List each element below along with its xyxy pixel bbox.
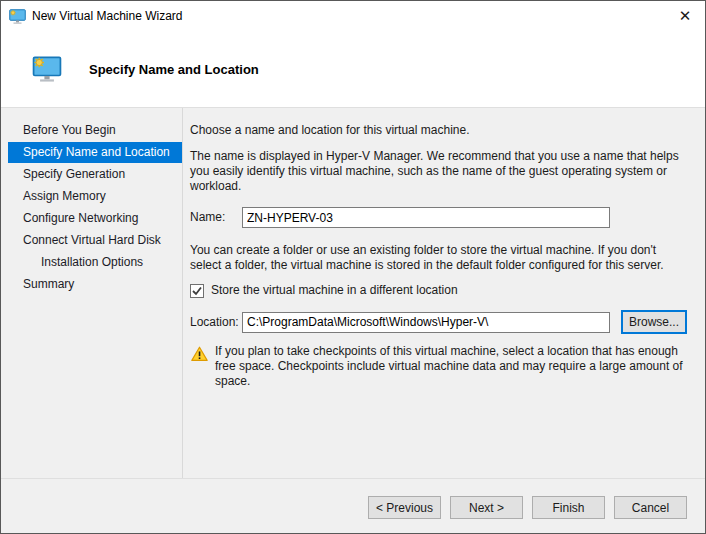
warning-triangle-icon xyxy=(191,346,208,362)
name-input[interactable] xyxy=(242,207,610,228)
name-help-text: The name is displayed in Hyper-V Manager… xyxy=(190,149,687,194)
sidebar-item-connect-virtual-hard-disk[interactable]: Connect Virtual Hard Disk xyxy=(8,230,182,251)
sidebar-item-specify-name-and-location[interactable]: Specify Name and Location xyxy=(8,142,182,163)
wizard-steps-nav: Before You Begin Specify Name and Locati… xyxy=(1,108,183,478)
browse-button[interactable]: Browse... xyxy=(621,310,687,334)
page-title: Specify Name and Location xyxy=(89,62,259,77)
cancel-button[interactable]: Cancel xyxy=(614,496,687,519)
vm-monitor-icon xyxy=(31,56,63,82)
previous-button[interactable]: < Previous xyxy=(368,496,441,519)
step-content: Choose a name and location for this virt… xyxy=(183,108,706,478)
next-button[interactable]: Next > xyxy=(450,496,523,519)
wizard-header: Specify Name and Location xyxy=(1,31,705,107)
sidebar-item-installation-options[interactable]: Installation Options xyxy=(8,252,182,273)
wizard-footer: < Previous Next > Finish Cancel xyxy=(1,478,705,534)
intro-text: Choose a name and location for this virt… xyxy=(190,123,687,138)
checkpoint-warning: If you plan to take checkpoints of this … xyxy=(190,344,687,389)
sidebar-item-before-you-begin[interactable]: Before You Begin xyxy=(8,120,182,141)
close-icon: ✕ xyxy=(679,7,692,25)
warning-text: If you plan to take checkpoints of this … xyxy=(215,344,687,389)
name-label: Name: xyxy=(190,210,242,225)
finish-button[interactable]: Finish xyxy=(532,496,605,519)
sidebar-item-assign-memory[interactable]: Assign Memory xyxy=(8,186,182,207)
wizard-body: Before You Begin Specify Name and Locati… xyxy=(1,107,705,478)
folder-help-text: You can create a folder or use an existi… xyxy=(190,243,687,273)
close-button[interactable]: ✕ xyxy=(665,1,705,31)
checkbox-label: Store the virtual machine in a different… xyxy=(211,283,458,298)
sidebar-item-summary[interactable]: Summary xyxy=(8,274,182,295)
vm-monitor-icon xyxy=(9,9,26,24)
check-icon xyxy=(192,286,202,296)
store-different-location-checkbox[interactable] xyxy=(190,284,204,298)
store-location-option: Store the virtual machine in a different… xyxy=(190,283,687,298)
location-label: Location: xyxy=(190,315,242,330)
sidebar-item-specify-generation[interactable]: Specify Generation xyxy=(8,164,182,185)
location-field-row: Location: Browse... xyxy=(190,310,687,334)
location-input[interactable] xyxy=(242,312,610,333)
sidebar-item-configure-networking[interactable]: Configure Networking xyxy=(8,208,182,229)
titlebar: New Virtual Machine Wizard ✕ xyxy=(1,1,705,31)
new-vm-wizard-window: New Virtual Machine Wizard ✕ Specify Nam… xyxy=(0,0,706,534)
name-field-row: Name: xyxy=(190,207,687,228)
window-title: New Virtual Machine Wizard xyxy=(32,9,183,23)
